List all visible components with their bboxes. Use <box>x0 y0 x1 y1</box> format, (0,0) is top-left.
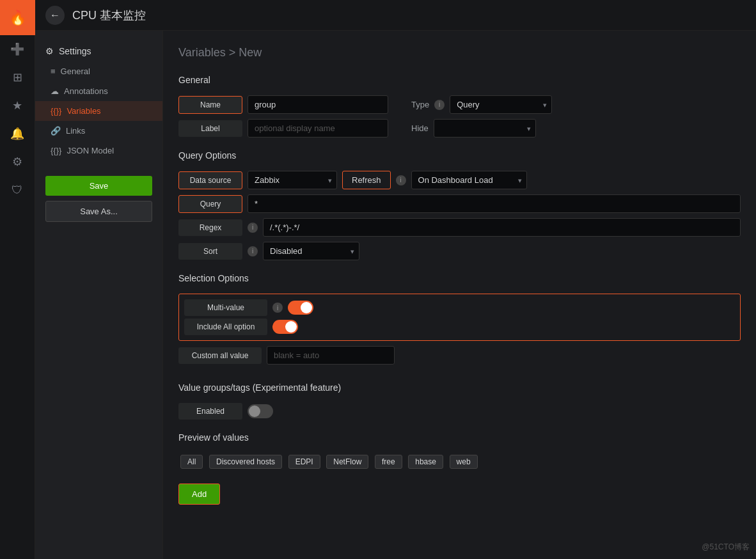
custom-all-label: Custom all value <box>178 347 262 364</box>
sidebar-item-variables[interactable]: {{}} Variables <box>35 101 162 121</box>
sort-row: Sort i Disabled Alphabetical (asc) Alpha… <box>178 242 741 260</box>
save-button[interactable]: Save <box>45 176 152 196</box>
general-section-title: General <box>178 75 741 85</box>
datasource-refresh-row: Data source Zabbix Prometheus InfluxDB R… <box>178 171 741 189</box>
preview-tag-edpi[interactable]: EDPI <box>288 455 320 469</box>
selection-options-title: Selection Options <box>178 273 741 283</box>
settings-icon: ⚙ <box>45 46 54 56</box>
datasource-label: Data source <box>178 171 242 189</box>
nav-logo[interactable]: 🔥 <box>0 0 35 35</box>
hide-label-text: Hide <box>411 123 429 133</box>
custom-all-input[interactable] <box>267 346 395 365</box>
multi-value-info-icon[interactable]: i <box>272 303 283 313</box>
include-all-label: Include All option <box>184 319 267 335</box>
watermark: @51CTO博客 <box>702 542 750 553</box>
sidebar-item-annotations[interactable]: ☁ Annotations <box>35 81 162 101</box>
back-button[interactable]: ← <box>45 6 65 25</box>
multi-value-label: Multi-value <box>184 299 267 316</box>
preview-tags: All Discovered hosts EDPI NetFlow free h… <box>178 453 741 471</box>
multi-value-row: Multi-value i <box>184 299 735 316</box>
regex-label: Regex <box>178 219 242 236</box>
selection-options-box: Multi-value i Include All option <box>178 294 741 341</box>
refresh-info-icon[interactable]: i <box>396 175 406 185</box>
type-select-wrap: Query Custom Constant DataSource Interva… <box>450 95 552 114</box>
sidebar-section-title: ⚙ Settings <box>35 41 162 61</box>
value-groups-enabled-row: Enabled <box>178 403 741 420</box>
value-groups-title: Value groups/tags (Experimental feature) <box>178 382 741 393</box>
regex-input[interactable] <box>263 218 741 237</box>
sidebar-item-json-model[interactable]: {{}} JSON Model <box>35 141 162 161</box>
logo-icon: 🔥 <box>9 10 26 26</box>
nav-shield-icon[interactable]: 🛡 <box>0 176 35 204</box>
preview-tag-free[interactable]: free <box>375 455 402 469</box>
multi-value-toggle[interactable] <box>288 301 313 315</box>
name-input[interactable] <box>248 95 388 114</box>
sidebar: ⚙ Settings ≡ General ☁ Annotations {{}} … <box>35 31 163 559</box>
refresh-button[interactable]: Refresh <box>342 171 391 189</box>
type-select[interactable]: Query Custom Constant DataSource Interva… <box>450 95 552 114</box>
refresh-select[interactable]: Never On Dashboard Load On Time Range Ch… <box>411 171 527 189</box>
custom-all-row: Custom all value <box>178 346 741 365</box>
links-icon: 🔗 <box>51 126 61 136</box>
variables-icon: {{}} <box>51 106 61 116</box>
hide-select-wrap: Variable Value <box>434 119 536 138</box>
nav-star-icon[interactable]: ★ <box>0 91 35 120</box>
nav-gear-icon[interactable]: ⚙ <box>0 148 35 176</box>
label-input[interactable] <box>248 119 388 138</box>
enabled-label: Enabled <box>178 403 242 420</box>
breadcrumb: Variables > New <box>178 46 741 59</box>
sort-select[interactable]: Disabled Alphabetical (asc) Alphabetical… <box>263 242 359 260</box>
datasource-select-wrap: Zabbix Prometheus InfluxDB <box>248 171 337 189</box>
preview-tag-hbase[interactable]: hbase <box>408 455 443 469</box>
refresh-select-wrap: Never On Dashboard Load On Time Range Ch… <box>411 171 527 189</box>
regex-row: Regex i <box>178 218 741 237</box>
nav-bar: 🔥 ➕ ⊞ ★ 🔔 ⚙ 🛡 <box>0 0 35 559</box>
preview-title: Preview of values <box>178 432 741 443</box>
name-type-row: Name Type i Query Custom Constant DataSo… <box>178 95 741 114</box>
main-layout: ⚙ Settings ≡ General ☁ Annotations {{}} … <box>35 31 756 559</box>
page-title: CPU 基本监控 <box>72 8 146 23</box>
query-row: Query <box>178 194 741 213</box>
preview-tag-web[interactable]: web <box>450 455 478 469</box>
nav-grid-icon[interactable]: ⊞ <box>0 63 35 91</box>
query-input[interactable] <box>248 194 741 213</box>
query-options-title: Query Options <box>178 150 741 161</box>
sort-label: Sort <box>178 243 242 260</box>
hide-select[interactable]: Variable Value <box>434 119 536 138</box>
include-all-toggle[interactable] <box>272 320 298 334</box>
datasource-select[interactable]: Zabbix Prometheus InfluxDB <box>248 171 337 189</box>
annotations-icon: ☁ <box>51 86 59 96</box>
sort-select-wrap: Disabled Alphabetical (asc) Alphabetical… <box>263 242 359 260</box>
regex-info-icon[interactable]: i <box>248 223 258 233</box>
general-icon: ≡ <box>51 67 56 76</box>
save-as-button[interactable]: Save As... <box>45 201 152 222</box>
content-area: Variables > New General Name Type i Quer… <box>163 31 756 559</box>
nav-add-icon[interactable]: ➕ <box>0 35 35 63</box>
top-bar: ← CPU 基本监控 <box>35 0 756 31</box>
type-info-icon[interactable]: i <box>434 100 445 110</box>
label-hide-row: Label Hide Variable Value <box>178 119 741 138</box>
sidebar-save-area: Save Save As... <box>35 166 162 232</box>
sort-info-icon[interactable]: i <box>248 246 258 256</box>
name-label: Name <box>178 96 242 114</box>
nav-bell-icon[interactable]: 🔔 <box>0 120 35 148</box>
add-button[interactable]: Add <box>178 484 220 505</box>
sidebar-item-links[interactable]: 🔗 Links <box>35 121 162 141</box>
query-label: Query <box>178 195 242 213</box>
type-label-text: Type <box>411 100 429 109</box>
include-all-row: Include All option <box>184 319 735 335</box>
json-model-icon: {{}} <box>51 146 61 155</box>
preview-tag-netflow[interactable]: NetFlow <box>326 455 368 469</box>
label-label: Label <box>178 120 242 137</box>
preview-tag-discovered-hosts[interactable]: Discovered hosts <box>209 455 282 469</box>
enabled-toggle[interactable] <box>248 404 273 418</box>
preview-tag-all[interactable]: All <box>180 455 203 469</box>
sidebar-item-general[interactable]: ≡ General <box>35 61 162 81</box>
